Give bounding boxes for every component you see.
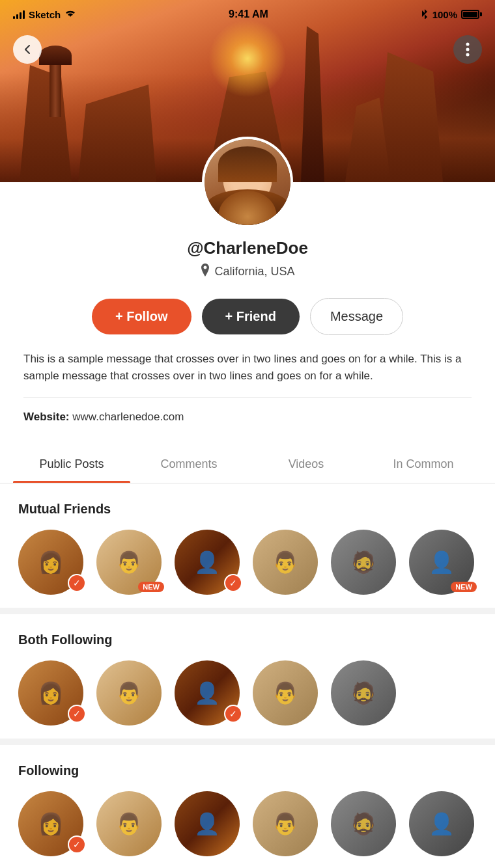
tab-comments[interactable]: Comments bbox=[130, 443, 248, 483]
new-badge: NEW bbox=[451, 582, 477, 592]
list-item[interactable]: 👨 NEW bbox=[96, 530, 162, 595]
list-item[interactable]: 👤 ✓ bbox=[175, 660, 240, 726]
wifi-icon bbox=[64, 9, 76, 20]
location: California, USA bbox=[200, 264, 294, 280]
following-title: Following bbox=[18, 763, 477, 778]
mutual-friends-list: 👩 ✓ 👨 NEW 👤 ✓ 👨 🧔 bbox=[18, 530, 477, 595]
profile-section: @CharleneDoe California, USA + Follow + … bbox=[0, 182, 495, 443]
both-following-section: Both Following 👩 ✓ 👨 👤 ✓ 👨 🧔 bbox=[0, 614, 495, 739]
tab-in-common[interactable]: In Common bbox=[365, 443, 482, 483]
tabs: Public Posts Comments Videos In Common bbox=[0, 443, 495, 483]
list-item[interactable]: 👤 ✓ bbox=[175, 530, 240, 595]
list-item[interactable]: 👨 bbox=[253, 660, 318, 726]
following-section: Following 👩 ✓ 👨 👤 👨 🧔 bbox=[0, 745, 495, 868]
list-item[interactable]: 👤 bbox=[175, 791, 240, 856]
list-item[interactable]: 👨 bbox=[253, 791, 318, 856]
list-item[interactable]: 🧔 bbox=[331, 530, 396, 595]
mutual-friends-title: Mutual Friends bbox=[18, 502, 477, 517]
battery-percent: 100% bbox=[432, 9, 457, 20]
carrier-label: Sketch bbox=[29, 9, 61, 20]
website-row: Website: www.charlenedoe.com bbox=[0, 411, 495, 424]
list-item[interactable]: 👨 bbox=[96, 791, 162, 856]
list-item[interactable]: 👩 ✓ bbox=[18, 530, 83, 595]
list-item[interactable]: 👨 bbox=[96, 660, 162, 726]
list-item[interactable]: 👩 ✓ bbox=[18, 660, 83, 726]
bluetooth-icon bbox=[421, 8, 429, 21]
list-item[interactable]: 👤 bbox=[409, 791, 474, 856]
list-item[interactable]: 👨 bbox=[253, 530, 318, 595]
avatar bbox=[202, 137, 293, 228]
follow-button[interactable]: + Follow bbox=[92, 299, 191, 334]
new-badge: NEW bbox=[138, 582, 164, 592]
list-item[interactable]: 👩 ✓ bbox=[18, 791, 83, 856]
svg-point-2 bbox=[466, 53, 470, 57]
bio-text: This is a sample message that crosses ov… bbox=[23, 351, 472, 384]
signal-icon bbox=[13, 10, 25, 19]
check-badge: ✓ bbox=[68, 574, 86, 592]
status-bar: Sketch 9:41 AM 100% bbox=[0, 0, 495, 29]
username: @CharleneDoe bbox=[187, 238, 308, 258]
tab-public-posts[interactable]: Public Posts bbox=[13, 443, 130, 483]
svg-point-0 bbox=[466, 43, 470, 46]
back-button[interactable] bbox=[13, 35, 42, 64]
tab-videos[interactable]: Videos bbox=[248, 443, 365, 483]
list-item[interactable]: 🧔 bbox=[331, 791, 396, 856]
message-button[interactable]: Message bbox=[310, 298, 403, 335]
check-badge: ✓ bbox=[224, 574, 242, 592]
battery-icon bbox=[461, 10, 482, 19]
action-buttons: + Follow + Friend Message bbox=[92, 298, 403, 335]
check-badge: ✓ bbox=[68, 835, 86, 854]
both-following-title: Both Following bbox=[18, 632, 477, 647]
more-button[interactable] bbox=[453, 35, 482, 64]
tabs-container: Public Posts Comments Videos In Common bbox=[0, 443, 495, 483]
location-pin-icon bbox=[200, 264, 210, 280]
website-label: Website: bbox=[23, 411, 70, 423]
website-link[interactable]: www.charlenedoe.com bbox=[72, 411, 184, 423]
list-item[interactable]: 👤 NEW bbox=[409, 530, 474, 595]
divider bbox=[23, 397, 472, 398]
friend-button[interactable]: + Friend bbox=[202, 299, 300, 334]
location-text: California, USA bbox=[214, 265, 294, 278]
mutual-friends-section: Mutual Friends 👩 ✓ 👨 NEW 👤 ✓ bbox=[0, 483, 495, 608]
svg-point-1 bbox=[466, 48, 470, 51]
content-area: Mutual Friends 👩 ✓ 👨 NEW 👤 ✓ bbox=[0, 483, 495, 868]
list-item[interactable]: 🧔 bbox=[331, 660, 396, 726]
both-following-list: 👩 ✓ 👨 👤 ✓ 👨 🧔 bbox=[18, 660, 477, 726]
following-list: 👩 ✓ 👨 👤 👨 🧔 👤 bbox=[18, 791, 477, 856]
check-badge: ✓ bbox=[224, 705, 242, 723]
check-badge: ✓ bbox=[68, 705, 86, 723]
time-label: 9:41 AM bbox=[229, 8, 268, 20]
